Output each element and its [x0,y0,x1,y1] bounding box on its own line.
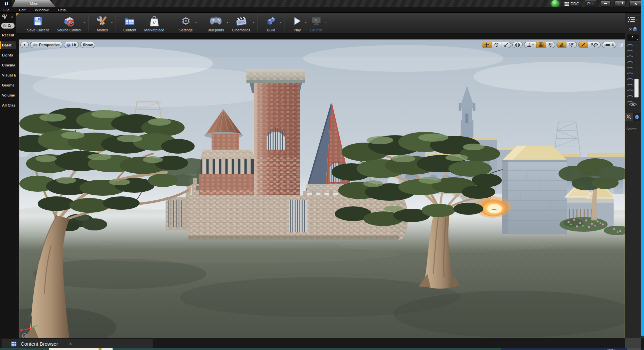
category-visual-effects[interactable]: Visual E [0,71,16,79]
show-button[interactable]: Show [80,42,95,48]
modes-icon [96,14,108,28]
marketplace-button[interactable]: u Marketplace [140,13,168,33]
viewport-canvas[interactable]: Z ✱ ▼ Perspective Lit Show [19,39,625,339]
search-value: Se [3,24,7,28]
category-cinematic[interactable]: Cinema [0,61,16,69]
close-button[interactable]: ✕ [629,1,642,7]
modes-search-input[interactable]: Se [1,23,15,29]
launch-button[interactable]: Launch ▾ [306,13,326,33]
source-control-caret-icon[interactable]: ▾ [84,21,86,24]
rotate-icon [494,42,499,47]
save-current-button[interactable]: Save Current [23,13,53,33]
content-browser-tab[interactable]: Content Browser ✕ [2,339,153,348]
modes-caret-icon[interactable]: ▾ [111,21,113,24]
ph-label: PH [587,1,594,6]
scale-snap-toggle[interactable] [579,42,588,48]
speed-dropdown[interactable]: ▲ ▾ [625,34,641,41]
translate-tool-button[interactable] [482,42,491,48]
cinematics-caret-icon[interactable]: ▾ [253,21,255,24]
panel-close-icon[interactable]: ✕ [636,18,638,21]
world-local-toggle[interactable] [512,42,523,48]
minimize-button[interactable] [601,1,611,7]
category-lights[interactable]: Lights [0,51,16,59]
rotate-tool-button[interactable] [491,42,501,48]
build-button[interactable]: Build ▾ [261,13,281,33]
particle-gizmo [492,209,496,210]
content-browser-close-icon[interactable]: ✕ [69,341,72,346]
grid-snap-value-button[interactable]: 10▾ [546,42,555,48]
play-button[interactable]: Play ▾ [288,13,306,33]
ph-indicator[interactable]: PH [585,0,596,7]
perspective-icon [33,43,38,46]
build-caret-icon[interactable]: ▾ [280,21,282,24]
settings-button[interactable]: ⚙ Settings ▾ [175,13,197,33]
play-label: Play [294,28,301,32]
menu-bar: File Edit Window Help [0,7,644,13]
source-control-label: Source Control [57,28,81,32]
place-mode-icon[interactable] [2,14,8,20]
settings-caret-icon[interactable]: ▾ [195,21,197,24]
category-geometry[interactable]: Geome [0,81,16,89]
rotation-snap-value: 10° [569,42,575,46]
scale-snap-value-button[interactable]: 0,25▾ [588,42,600,48]
visibility-eye-icon[interactable] [625,102,641,107]
modes-panel-close-icon[interactable]: ✕ [10,15,13,19]
menu-window[interactable]: Window [30,7,53,13]
modes-button[interactable]: Modes ▾ [92,13,112,33]
build-icon [265,14,277,28]
vertical-slider-handle[interactable] [634,79,639,98]
stone-keep[interactable] [502,146,567,234]
menu-edit[interactable]: Edit [14,7,30,13]
taskbar-clock: 11:27 [607,348,615,350]
rotation-snap-toggle[interactable] [557,42,566,48]
menu-file[interactable]: File [0,7,14,13]
search-icon [8,24,11,28]
unreal-logo-icon: u [0,0,12,7]
ddc-icon [565,2,569,6]
category-volumes[interactable]: Volume [0,92,16,99]
surface-snap-button[interactable]: ▾ [524,42,536,48]
launch-caret-icon[interactable]: ▾ [325,21,327,24]
blueprints-icon [209,14,222,28]
settings-gear-icon: ⚙ [181,14,191,28]
content-browser-label: Content Browser [21,341,58,347]
details-tab[interactable]: i [625,113,633,121]
outliner-icon[interactable]: ✕ [625,17,641,23]
restore-button[interactable] [615,1,625,7]
ddc-indicator[interactable]: DDC [562,1,582,7]
camera-mode-button[interactable]: Perspective [30,42,62,48]
content-button[interactable]: Content [119,13,140,33]
source-control-button[interactable]: Source Control ▾ [53,13,85,33]
hide-unselected-icon[interactable]: ✕ [625,26,641,32]
svg-text:u: u [153,19,156,25]
content-label: Content [123,28,136,32]
modes-label: Modes [97,28,108,32]
adjacent-window-edge [641,0,644,336]
menu-help[interactable]: Help [53,7,70,13]
category-recently-placed[interactable]: Recent [0,31,16,39]
rotation-snap-value-button[interactable]: 10°▾ [566,42,577,48]
camera-speed-icon [605,43,611,47]
show-label: Show [83,43,93,47]
status-orb-icon [551,0,559,7]
scale-tool-button[interactable] [501,42,511,48]
maximize-viewport-button[interactable] [618,42,624,48]
scene-3d-render[interactable]: Z ✱ [19,40,625,338]
level-tab[interactable]: Main [12,0,56,7]
grid-snap-value: 10 [548,42,552,46]
scale-snap-value: 0,25 [591,42,598,46]
grid-snap-toggle[interactable] [536,42,546,48]
right-collapsed-panel: ✕ ✕ ▲ ▾ i Select [625,13,641,338]
category-basic[interactable]: Basic [0,41,16,49]
view-mode-button[interactable]: Lit [64,42,79,48]
blueprints-button[interactable]: Blueprints ▾ [203,13,228,33]
settings-label: Settings [179,28,193,32]
cinematics-label: Cinematics [232,28,250,32]
cinematics-button[interactable]: Cinematics ▾ [228,13,254,33]
world-settings-tab[interactable] [633,113,641,121]
viewport-options-button[interactable]: ▼ [20,42,29,48]
taskbar-sliver: 11:27 [0,348,644,350]
category-all-classes[interactable]: All Clas [0,102,16,109]
svg-text:✕: ✕ [629,27,632,32]
camera-speed-button[interactable]: 4 [602,42,616,48]
